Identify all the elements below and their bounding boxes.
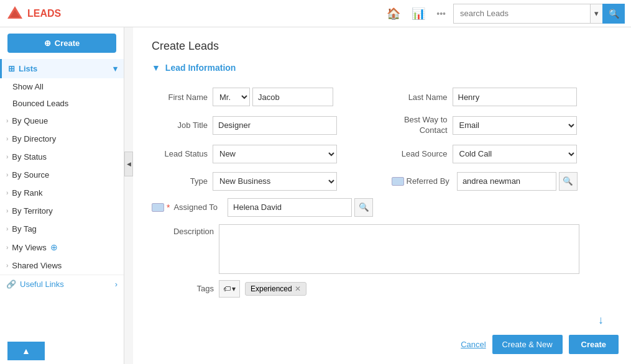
avatar-icon — [392, 177, 404, 186]
form-grid: First Name Mr. Mrs. Ms. Dr. Last Name — [152, 88, 612, 191]
lead-status-label: Lead Status — [152, 149, 208, 158]
create-final-button[interactable]: Create — [569, 335, 619, 354]
chevron-right-icon: › — [6, 207, 8, 214]
link-icon: 🔗 — [6, 280, 16, 289]
section-header: ▼ Lead Information — [152, 63, 612, 78]
nav-icons: 🏠 📊 ••• — [384, 4, 448, 23]
scroll-up-button[interactable]: ▲ — [7, 342, 45, 360]
assigned-to-label: Assigned To — [173, 202, 218, 212]
top-navigation: LEADS 🏠 📊 ••• ▾ 🔍 — [0, 0, 631, 27]
arrow-down-indicator: ↓ — [598, 314, 604, 327]
sidebar-item-useful-links[interactable]: 🔗 Useful Links › — [0, 275, 124, 293]
chevron-right-icon: › — [6, 117, 8, 124]
sidebar: ⊕ Create ⊞ Lists ▾ Show All Bounced Lead… — [0, 27, 124, 364]
job-title-label: Job Title — [152, 121, 208, 130]
referred-by-label: Referred By — [407, 176, 449, 186]
add-tag-button[interactable]: 🏷 ▾ — [219, 280, 240, 298]
tag-icon: 🏷 — [223, 284, 231, 293]
sidebar-item-shared-views[interactable]: › Shared Views — [0, 257, 124, 275]
description-label: Description — [152, 224, 214, 236]
first-name-row: First Name Mr. Mrs. Ms. Dr. — [152, 88, 373, 106]
tags-label: Tags — [152, 284, 214, 293]
tag-badge-experienced: Experienced ✕ — [245, 282, 306, 296]
sidebar-item-by-directory[interactable]: › By Directory — [0, 130, 124, 148]
tags-row: Tags 🏷 ▾ Experienced ✕ — [152, 280, 612, 298]
avatar-icon-2 — [152, 203, 164, 212]
chevron-right-icon: › — [6, 225, 8, 232]
referred-by-input[interactable] — [457, 172, 556, 191]
required-indicator: * — [167, 202, 170, 212]
referred-search-button[interactable]: 🔍 — [559, 172, 578, 191]
lead-status-select[interactable]: New Assigned In Process Converted Recycl… — [213, 145, 337, 163]
type-row: Type New Business Existing Business — [152, 172, 373, 191]
type-label: Type — [152, 176, 208, 186]
lead-source-select[interactable]: Cold Call Existing Customer Self Generat… — [453, 145, 577, 163]
chevron-right-icon: › — [6, 171, 8, 178]
logo-icon — [6, 5, 24, 22]
app-title: LEADS — [27, 8, 61, 19]
type-select[interactable]: New Business Existing Business — [213, 172, 337, 191]
create-button[interactable]: ⊕ Create — [7, 34, 116, 53]
best-way-label: Best Way toContact — [392, 115, 448, 136]
collapse-icon: ◀ — [127, 161, 131, 167]
plus-icon: ⊕ — [44, 39, 51, 48]
chevron-down-icon: ▾ — [113, 64, 117, 73]
remove-tag-button[interactable]: ✕ — [295, 284, 301, 293]
sidebar-item-by-tag[interactable]: › By Tag — [0, 220, 124, 238]
description-textarea[interactable] — [219, 224, 579, 274]
up-arrow-icon: ▲ — [22, 346, 30, 356]
assigned-to-row: * Assigned To 🔍 — [152, 198, 612, 217]
main-content: Create Leads ▼ Lead Information First Na… — [133, 27, 631, 364]
search-bar: ▾ 🔍 — [453, 4, 625, 24]
last-name-input[interactable] — [453, 88, 577, 106]
search-input[interactable] — [453, 4, 590, 24]
search-submit-button[interactable]: 🔍 — [602, 4, 625, 24]
add-view-icon[interactable]: ⊕ — [50, 242, 58, 252]
last-name-row: Last Name — [392, 88, 613, 106]
sidebar-item-by-territory[interactable]: › By Territory — [0, 202, 124, 220]
job-title-row: Job Title — [152, 115, 373, 136]
assigned-to-input[interactable] — [228, 198, 352, 217]
sidebar-item-by-queue[interactable]: › By Queue — [0, 112, 124, 130]
sidebar-link-show-all[interactable]: Show All — [0, 78, 124, 95]
chevron-right-icon: › — [6, 135, 8, 142]
grid-icon: ⊞ — [8, 64, 15, 73]
sidebar-section-lists[interactable]: ⊞ Lists ▾ — [0, 59, 124, 78]
home-icon[interactable]: 🏠 — [384, 4, 403, 23]
sidebar-item-my-views[interactable]: › My Views ⊕ — [0, 238, 124, 257]
more-icon[interactable]: ••• — [434, 6, 448, 21]
chevron-right-icon: › — [6, 153, 8, 160]
hide-sidebar-button[interactable]: ◀ — [124, 152, 133, 176]
lead-status-row: Lead Status New Assigned In Process Conv… — [152, 145, 373, 163]
section-title: Lead Information — [165, 63, 236, 73]
job-title-input[interactable] — [213, 116, 337, 135]
chevron-right-icon: › — [6, 244, 8, 251]
first-name-label: First Name — [152, 93, 208, 102]
section-collapse-icon[interactable]: ▼ — [152, 63, 160, 73]
last-name-label: Last Name — [392, 93, 448, 102]
first-name-input[interactable] — [252, 88, 333, 106]
dropdown-icon: ▾ — [232, 284, 236, 293]
cancel-link[interactable]: Cancel — [461, 340, 486, 349]
sidebar-item-by-source[interactable]: › By Source — [0, 166, 124, 184]
chart-icon[interactable]: 📊 — [409, 4, 428, 23]
description-row: Description — [152, 224, 612, 274]
bottom-actions: ↓ Cancel Create & New Create — [461, 335, 619, 354]
page-title: Create Leads — [152, 40, 612, 53]
sidebar-item-by-status[interactable]: › By Status — [0, 148, 124, 166]
best-way-row: Best Way toContact Email Phone Mobile — [392, 115, 613, 136]
chevron-right-icon: › — [6, 189, 8, 196]
first-name-prefix-select[interactable]: Mr. Mrs. Ms. Dr. — [213, 88, 250, 106]
chevron-right-icon: › — [6, 262, 8, 269]
create-and-new-button[interactable]: Create & New — [492, 335, 563, 354]
chevron-right-icon: › — [115, 280, 117, 289]
search-dropdown-button[interactable]: ▾ — [590, 4, 602, 24]
lead-source-label: Lead Source — [392, 149, 448, 158]
assigned-search-button[interactable]: 🔍 — [354, 198, 373, 217]
sidebar-link-bounced[interactable]: Bounced Leads — [0, 95, 124, 112]
lead-source-row: Lead Source Cold Call Existing Customer … — [392, 145, 613, 163]
app-logo: LEADS — [6, 5, 81, 22]
sidebar-item-by-rank[interactable]: › By Rank — [0, 184, 124, 202]
best-way-select[interactable]: Email Phone Mobile — [453, 116, 577, 135]
referred-by-row: Referred By 🔍 — [392, 172, 613, 191]
